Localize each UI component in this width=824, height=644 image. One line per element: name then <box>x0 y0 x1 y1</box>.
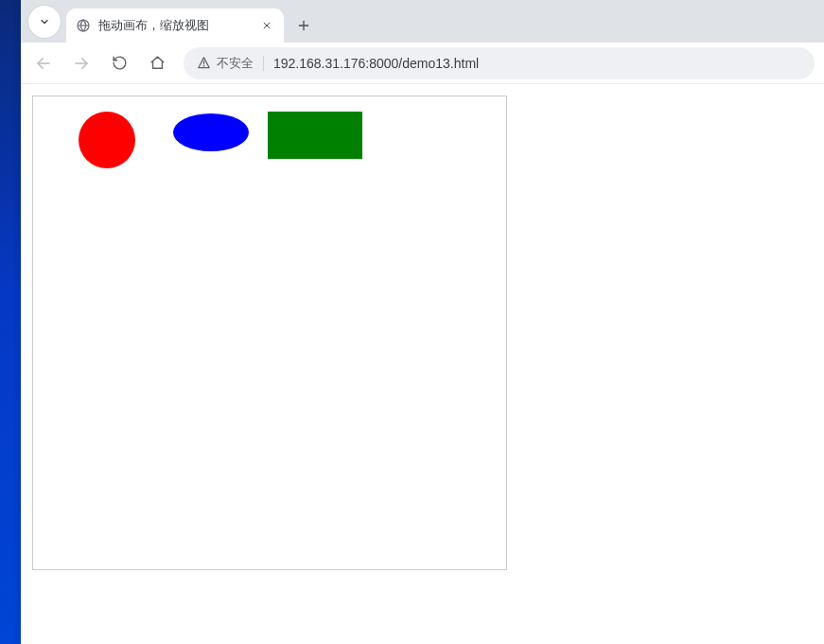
home-button[interactable] <box>140 46 174 80</box>
tab-title: 拖动画布，缩放视图 <box>98 18 252 34</box>
arrow-left-icon <box>35 55 52 72</box>
canvas-shape-ellipse[interactable] <box>173 113 249 151</box>
plus-icon <box>297 19 310 32</box>
browser-tab[interactable]: 拖动画布，缩放视图 <box>66 9 284 43</box>
security-indicator[interactable]: 不安全 <box>197 55 264 72</box>
tab-close-button[interactable] <box>259 18 274 33</box>
close-icon <box>262 21 272 30</box>
new-tab-button[interactable] <box>289 11 318 40</box>
chevron-down-icon <box>39 16 50 27</box>
forward-button[interactable] <box>64 46 98 80</box>
separator <box>263 56 264 71</box>
url-text: 192.168.31.176:8000/demo13.html <box>273 56 801 71</box>
svg-point-8 <box>203 65 204 66</box>
reload-button[interactable] <box>102 46 136 80</box>
demo-canvas[interactable] <box>32 96 507 570</box>
globe-icon <box>76 18 91 33</box>
tab-search-dropdown-button[interactable] <box>28 6 61 38</box>
arrow-right-icon <box>73 55 90 72</box>
browser-toolbar: 不安全 192.168.31.176:8000/demo13.html <box>21 43 824 84</box>
address-bar[interactable]: 不安全 192.168.31.176:8000/demo13.html <box>184 47 815 79</box>
back-button[interactable] <box>26 46 61 80</box>
security-label: 不安全 <box>217 55 254 72</box>
home-icon <box>149 55 166 71</box>
not-secure-warning-icon <box>197 56 211 70</box>
tab-strip: 拖动画布，缩放视图 <box>21 0 824 43</box>
reload-icon <box>112 55 128 71</box>
page-viewport <box>21 84 824 644</box>
canvas-shape-rect[interactable] <box>268 112 362 159</box>
canvas-shape-circle[interactable] <box>79 112 135 168</box>
browser-window: 拖动画布，缩放视图 不安全 192.168.31.1 <box>21 0 824 644</box>
